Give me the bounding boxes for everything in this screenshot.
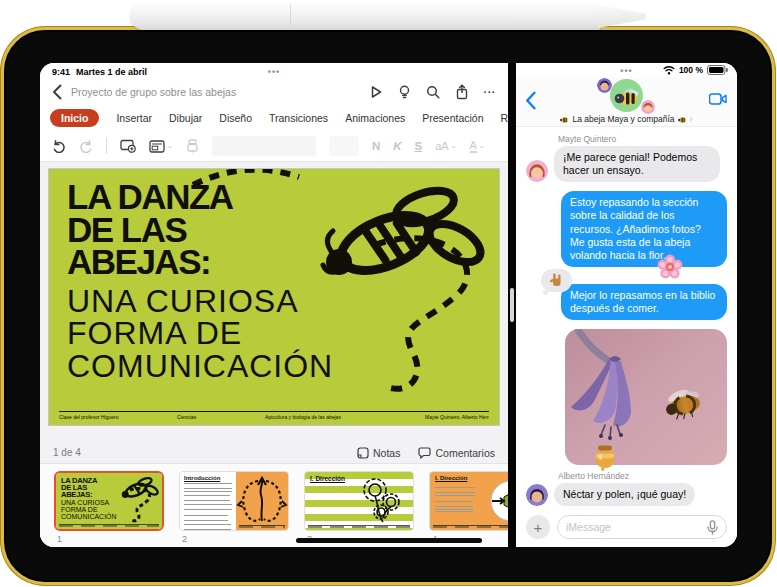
add-slide-icon[interactable]: [120, 139, 136, 153]
footer-authors: Mayte Quintero, Alberto Hernández y Aito…: [425, 414, 489, 420]
group-title[interactable]: La abeja Maya y compañía ›: [516, 114, 737, 124]
slide-1[interactable]: LA DANZA DE LAS ABEJAS: UNA CURIOSA FORM…: [48, 168, 500, 426]
message-bubble[interactable]: Néctar y polen, ¡qué guay!: [554, 483, 695, 506]
comments-label: Comentarios: [435, 447, 495, 459]
more-icon[interactable]: ···: [484, 86, 497, 98]
font-size-field[interactable]: [329, 136, 359, 156]
dictation-mic-icon[interactable]: [707, 520, 718, 535]
slide-footer: Clase del profesor Higuero Ciencias Apic…: [59, 411, 489, 420]
font-name-field[interactable]: [212, 136, 316, 156]
apple-pencil: [130, 3, 646, 30]
status-time: 9:41: [52, 67, 70, 77]
thumbnail-slide-3[interactable]: I. Dirección: [304, 471, 414, 547]
chat-transcript: Mayte Quintero ¡Me parece genial! Podemo…: [516, 127, 737, 515]
tab-animaciones[interactable]: Animaciones: [345, 112, 405, 124]
thumbnail-1-trail: [124, 487, 158, 523]
multitasking-menu-icon[interactable]: •••: [268, 67, 280, 77]
message-input[interactable]: iMessage: [557, 515, 727, 539]
thumbnail-slide-1[interactable]: LA DANZA DE LAS ABEJAS: UNA CURIOSA FORM…: [54, 471, 164, 547]
incoming-message-row: Néctar y polen, ¡qué guay!: [526, 483, 727, 506]
thumbnail-2-text-panel: Introducción: [180, 472, 238, 530]
chevron-down-icon: ⌄: [167, 142, 173, 150]
play-icon[interactable]: [369, 85, 383, 99]
tab-presentacion[interactable]: Presentación: [422, 112, 483, 124]
bee-trail-curve: [361, 231, 493, 399]
split-view-divider: [508, 63, 516, 547]
text-color-button[interactable]: A⌄: [470, 139, 485, 153]
avatar-mayte[interactable]: [526, 160, 548, 182]
slide-title-bold: LA DANZA DE LAS ABEJAS:: [67, 181, 347, 279]
honey-pot-sticker[interactable]: [591, 444, 619, 471]
keynote-nav-bar: Proyecto de grupo sobre las abejas ···: [40, 78, 508, 105]
tab-inicio[interactable]: Inicio: [50, 109, 99, 127]
keynote-nav-icons: ···: [369, 84, 497, 100]
tapback-love-you-gesture[interactable]: [541, 269, 572, 292]
notes-button[interactable]: Notas: [357, 447, 400, 459]
italic-button[interactable]: K: [393, 140, 401, 152]
thumbnail-slide-4[interactable]: I. Dirección: [429, 471, 508, 547]
thumbnail-4-orange-bg: I. Dirección: [430, 472, 508, 530]
slide-layout-icon[interactable]: [149, 140, 165, 153]
redo-icon[interactable]: [79, 140, 93, 153]
thumbnail-2-diagram-panel: [236, 472, 288, 530]
underline-button[interactable]: S: [415, 140, 423, 152]
thumbnail-1-title-light: UNA CURIOSA FORMA DE COMUNICACIÓN: [61, 499, 117, 520]
tab-insertar[interactable]: Insertar: [116, 112, 152, 124]
tab-dibujar[interactable]: Dibujar: [169, 112, 202, 124]
back-icon[interactable]: [525, 91, 536, 110]
love-you-hand-icon: [549, 273, 564, 287]
apple-pencil-body: [130, 3, 600, 30]
bee-icon: [560, 116, 569, 123]
lightbulb-icon[interactable]: [398, 85, 411, 99]
document-title[interactable]: Proyecto de grupo sobre las abejas: [71, 86, 236, 98]
slide-canvas: LA DANZA DE LAS ABEJAS: UNA CURIOSA FORM…: [40, 162, 508, 442]
sender-label: Mayte Quintero: [558, 134, 727, 144]
tab-diseno[interactable]: Diseño: [219, 112, 252, 124]
split-view-drag-handle[interactable]: [510, 288, 514, 322]
flowers-illustration: [353, 478, 405, 524]
thumbnail-4-title: I. Dirección: [435, 475, 467, 481]
add-attachment-button[interactable]: +: [526, 515, 550, 539]
group-avatar-cluster[interactable]: [596, 78, 658, 114]
bold-button[interactable]: N: [372, 140, 380, 152]
keynote-pane: 9:41 Martes 1 de abril ••• Proyecto de g…: [40, 63, 508, 547]
tab-revisar[interactable]: Revisar: [501, 112, 508, 124]
avatar-alberto[interactable]: [526, 484, 548, 506]
text-style-button[interactable]: aA⌄: [435, 140, 456, 152]
thumbnail-1-title-bold: LA DANZA DE LAS ABEJAS:: [61, 477, 97, 499]
page: 9:41 Martes 1 de abril ••• Proyecto de g…: [0, 0, 777, 587]
multitasking-menu-icon[interactable]: •••: [620, 66, 632, 76]
home-indicator[interactable]: [296, 538, 482, 543]
back-icon[interactable]: [52, 84, 62, 100]
tab-transiciones[interactable]: Transiciones: [269, 112, 328, 124]
photo-attachment-bee-flower[interactable]: [565, 329, 727, 465]
apple-pencil-tip: [598, 5, 646, 28]
incoming-message-row: ¡Me parece genial! Podemos hacer un ensa…: [526, 146, 727, 182]
thumbnail-2-title: Introducción: [184, 475, 234, 481]
footer-class: Clase del profesor Higuero: [59, 414, 177, 420]
video-call-icon[interactable]: [709, 93, 727, 105]
keynote-info-bar: 1 de 4 Notas Comentarios: [40, 442, 508, 463]
message-compose-bar: + iMessage: [516, 515, 737, 547]
comments-button[interactable]: Comentarios: [418, 447, 495, 459]
notes-icon: [357, 447, 369, 459]
slide-position-label: 1 de 4: [53, 447, 81, 458]
slide-title-block[interactable]: LA DANZA DE LAS ABEJAS: UNA CURIOSA FORM…: [67, 181, 347, 383]
comments-icon: [418, 447, 431, 459]
format-paint-icon[interactable]: [186, 139, 199, 153]
flower-sticker[interactable]: [657, 254, 683, 280]
message-bubble[interactable]: Estoy repasando la sección sobre la cali…: [561, 191, 727, 267]
thumbnail-number: 1: [57, 534, 164, 544]
message-bubble[interactable]: ¡Me parece genial! Podemos hacer un ensa…: [554, 146, 720, 182]
group-avatar-bee: [610, 79, 643, 112]
text-style-label: aA: [435, 140, 448, 152]
thumbnail-3-title: I. Dirección: [310, 475, 345, 483]
undo-icon[interactable]: [52, 140, 66, 153]
message-bubble[interactable]: Mejor lo repasamos en la biblio después …: [561, 284, 727, 320]
text-color-label: A: [470, 139, 477, 153]
messages-header: La abeja Maya y compañía ›: [516, 77, 737, 127]
search-icon[interactable]: [426, 85, 440, 99]
group-avatar-member-1: [597, 78, 612, 93]
share-icon[interactable]: [455, 84, 469, 100]
thumbnail-slide-2[interactable]: Introducción: [179, 471, 289, 547]
